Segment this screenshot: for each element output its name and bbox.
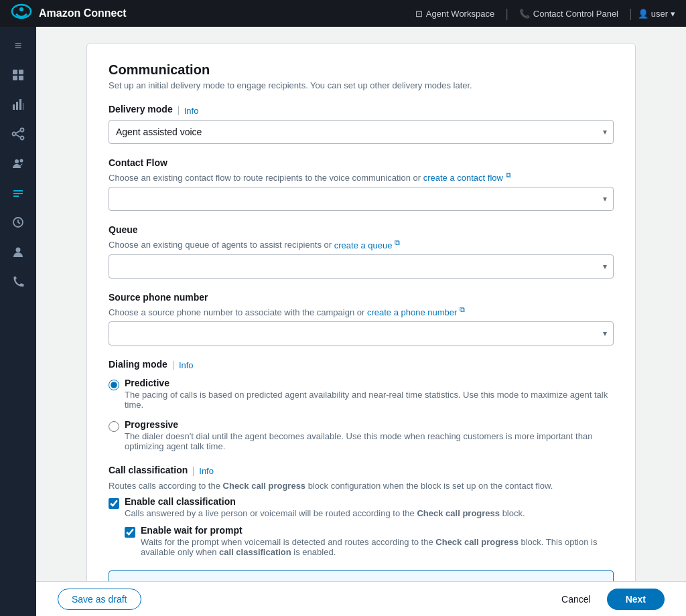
app-title: Amazon Connect — [39, 7, 127, 19]
delivery-mode-select-wrapper: Agent assisted voice Email SMS ▾ — [109, 120, 614, 144]
create-queue-link[interactable]: create a queue ⧉ — [334, 240, 400, 250]
external-link-icon3: ⧉ — [460, 305, 465, 313]
contact-flow-description: Choose an existing contact flow to route… — [109, 171, 614, 183]
main-content: Communication Set up an initial delivery… — [36, 27, 686, 616]
progressive-radio[interactable] — [109, 421, 119, 432]
label-divider — [178, 106, 179, 115]
communication-card: Communication Set up an initial delivery… — [86, 43, 636, 616]
contact-flow-section: Contact Flow Choose an existing contact … — [109, 157, 614, 211]
enable-call-classification-content: Enable call classification Calls answere… — [125, 496, 525, 518]
enable-call-classification-checkbox[interactable] — [109, 498, 119, 509]
enable-wait-for-prompt-option: Enable wait for prompt Waits for the pro… — [125, 525, 614, 557]
svg-rect-3 — [19, 70, 23, 74]
dialing-mode-radio-group: Predictive The pacing of calls is based … — [109, 378, 614, 451]
agent-workspace-button[interactable]: ⊡ Agent Workspace — [410, 6, 500, 21]
enable-wait-for-prompt-description: Waits for the prompt when voicemail is d… — [141, 537, 614, 557]
enable-call-classification-label: Enable call classification — [125, 496, 525, 507]
svg-point-15 — [15, 159, 19, 163]
predictive-radio-option: Predictive The pacing of calls is based … — [109, 378, 614, 410]
page-title: Communication — [109, 62, 614, 78]
sidebar-item-phone[interactable] — [5, 268, 31, 295]
dialing-mode-label: Dialing mode — [109, 359, 167, 370]
predictive-option-content: Predictive The pacing of calls is based … — [125, 378, 614, 410]
source-phone-select[interactable] — [109, 321, 614, 345]
svg-point-11 — [21, 129, 24, 132]
create-phone-number-link[interactable]: create a phone number ⧉ — [367, 307, 465, 317]
sidebar: ≡ — [0, 27, 36, 616]
call-class-divider — [193, 467, 194, 476]
contact-flow-label: Contact Flow — [109, 157, 614, 168]
top-navigation: Amazon Connect ⊡ Agent Workspace | 📞 Con… — [0, 0, 686, 27]
contact-control-panel-label: Contact Control Panel — [533, 9, 618, 19]
queue-select-wrapper: ▾ — [109, 254, 614, 279]
dialing-divider — [173, 361, 174, 370]
sidebar-item-campaigns[interactable] — [5, 179, 31, 206]
enable-wait-for-prompt-checkbox[interactable] — [125, 527, 135, 538]
sidebar-item-queues[interactable] — [5, 209, 31, 236]
enable-wait-for-prompt-content: Enable wait for prompt Waits for the pro… — [141, 525, 614, 557]
user-label: user — [651, 9, 668, 19]
footer-bar: Save as draft Cancel Next — [36, 581, 686, 616]
predictive-radio[interactable] — [109, 380, 119, 390]
user-dropdown-icon: ▾ — [671, 9, 675, 19]
delivery-mode-info-link[interactable]: Info — [184, 106, 199, 116]
svg-point-10 — [13, 133, 16, 136]
external-link-icon2: ⧉ — [395, 238, 400, 246]
progressive-label: Progressive — [125, 419, 614, 430]
contact-control-panel-button[interactable]: 📞 Contact Control Panel — [514, 6, 624, 21]
page-subtitle: Set up an initial delivery mode to engag… — [109, 80, 614, 90]
queue-section: Queue Choose an existing queue of agents… — [109, 224, 614, 278]
nav-divider: | — [505, 7, 508, 21]
agent-workspace-label: Agent Workspace — [426, 9, 494, 19]
sidebar-item-dashboard[interactable] — [5, 62, 31, 88]
contact-flow-select[interactable] — [109, 187, 614, 211]
call-classification-info-link[interactable]: Info — [199, 466, 214, 476]
progressive-description: The dialer doesn't dial until the agent … — [125, 431, 614, 451]
agent-workspace-icon: ⊡ — [415, 9, 423, 19]
svg-line-13 — [16, 131, 21, 133]
save-as-draft-button[interactable]: Save as draft — [58, 589, 141, 610]
contact-flow-select-wrapper: ▾ — [109, 187, 614, 211]
sidebar-menu-toggle[interactable]: ≡ — [5, 32, 31, 59]
sidebar-item-profile[interactable] — [5, 238, 31, 265]
nav-divider2: | — [629, 7, 632, 21]
svg-rect-5 — [19, 76, 23, 80]
progressive-option-content: Progressive The dialer doesn't dial unti… — [125, 419, 614, 451]
user-icon: 👤 — [638, 9, 648, 19]
delivery-mode-label: Delivery mode — [109, 104, 173, 114]
call-classification-description: Routes calls according to the Check call… — [109, 481, 614, 491]
enable-call-classification-option: Enable call classification Calls answere… — [109, 496, 614, 518]
progressive-radio-option: Progressive The dialer doesn't dial unti… — [109, 419, 614, 451]
source-phone-section: Source phone number Choose a source phon… — [109, 292, 614, 345]
predictive-description: The pacing of calls is based on predicte… — [125, 390, 614, 410]
dialing-mode-section: Dialing mode Info Predictive The pacing … — [109, 359, 614, 451]
topnav-right: ⊡ Agent Workspace | 📞 Contact Control Pa… — [410, 6, 675, 21]
svg-point-16 — [20, 159, 23, 163]
svg-rect-2 — [13, 70, 17, 74]
footer-right-buttons: Cancel Next — [553, 589, 665, 610]
sidebar-item-routing[interactable] — [5, 121, 31, 147]
cancel-button[interactable]: Cancel — [553, 589, 599, 609]
sidebar-item-analytics[interactable] — [5, 91, 31, 118]
topnav-left: Amazon Connect — [11, 1, 127, 26]
external-link-icon: ⧉ — [506, 171, 511, 179]
svg-rect-7 — [16, 102, 18, 110]
queue-select[interactable] — [109, 254, 614, 279]
source-phone-label: Source phone number — [109, 292, 614, 303]
queue-description: Choose an existing queue of agents to as… — [109, 238, 614, 250]
delivery-mode-section: Delivery mode Info Agent assisted voice … — [109, 104, 614, 144]
svg-point-12 — [21, 137, 24, 140]
dialing-mode-info-link[interactable]: Info — [179, 360, 194, 370]
call-classification-section: Call classification Info Routes calls ac… — [109, 465, 614, 557]
svg-rect-4 — [13, 76, 17, 80]
amazon-connect-logo-icon — [11, 1, 32, 26]
delivery-mode-select[interactable]: Agent assisted voice Email SMS — [109, 120, 614, 144]
svg-rect-9 — [23, 103, 23, 110]
call-classification-checkboxes: Enable call classification Calls answere… — [109, 496, 614, 557]
next-button[interactable]: Next — [607, 589, 665, 610]
svg-line-14 — [16, 135, 21, 137]
source-phone-select-wrapper: ▾ — [109, 321, 614, 345]
sidebar-item-users[interactable] — [5, 150, 31, 177]
create-contact-flow-link[interactable]: create a contact flow ⧉ — [423, 173, 511, 183]
user-menu-button[interactable]: 👤 user ▾ — [638, 9, 675, 19]
